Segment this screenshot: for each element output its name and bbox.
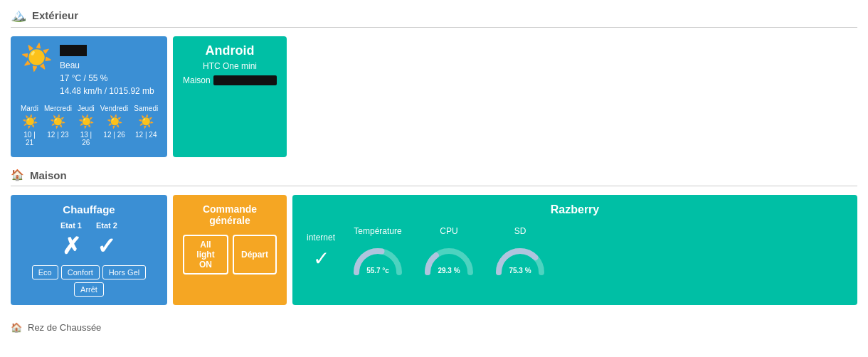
forecast-day-name: Mercredi [44,105,72,112]
forecast-temps: 13 | 26 [78,131,95,146]
weather-forecast: Mardi ☀️ 10 | 21 Mercredi ☀️ 12 | 23 Jeu… [21,105,157,146]
android-maison-bar [213,75,277,85]
forecast-day: Vendredi ☀️ 12 | 26 [100,105,128,146]
sd-item: SD 75.3 % [492,226,549,276]
forecast-temps: 12 | 24 [135,131,157,139]
forecast-temps: 12 | 26 [103,131,125,139]
cpu-item: CPU 29.3 % [420,226,477,276]
sd-gauge: 75.3 % [492,240,549,276]
internet-item: internet ✓ [307,233,335,270]
forecast-icon: ☀️ [138,114,154,129]
all-light-button[interactable]: All light ON [183,235,228,275]
forecast-day-name: Samedi [134,105,158,112]
maison-header: 🏠 Maison [11,169,857,186]
rez-title: Rez de Chaussée [28,322,101,333]
sd-value: 75.3 % [509,267,531,275]
chauffage-title: Chauffage [21,203,157,215]
forecast-day-name: Mardi [21,105,38,112]
forecast-day: Mercredi ☀️ 12 | 23 [44,105,72,146]
weather-wind-pressure: 14.48 km/h / 1015.92 mb [60,85,154,97]
temperature-label: Température [354,226,401,236]
commande-title: Commande générale [183,203,277,226]
rez-header: 🏠 Rez de Chaussée [11,316,857,333]
exterieur-icon: 🏔️ [11,7,26,23]
weather-condition: Beau [60,59,154,72]
forecast-day-name: Vendredi [100,105,128,112]
forecast-icon: ☀️ [107,114,122,129]
weather-hidden-bar [60,45,87,56]
android-maison-label: Maison [183,75,211,85]
etat1-label: Etat 1 [60,221,82,230]
etat2-col: Etat 2 ✓ [96,221,117,260]
razberry-title: Razberry [307,203,843,216]
chauffage-mode-button[interactable]: Hors Gel [102,265,146,279]
forecast-temps: 12 | 23 [47,131,68,139]
temperature-item: Température 55.7 °c [349,226,406,276]
etat1-col: Etat 1 ✗ [60,221,82,260]
maison-title: Maison [30,169,67,181]
forecast-day: Mardi ☀️ 10 | 21 [21,105,38,146]
forecast-temps: 10 | 21 [21,131,38,146]
etat1-icon: ✗ [60,233,82,260]
forecast-icon: ☀️ [78,114,94,129]
etat2-icon: ✓ [96,233,117,260]
forecast-day: Jeudi ☀️ 13 | 26 [78,105,95,146]
internet-label: internet [307,233,335,243]
cpu-value: 29.3 % [438,267,460,275]
android-subtitle: HTC One mini [183,61,277,71]
weather-temp-humidity: 17 °C / 55 % [60,72,154,85]
chauffage-mode-button[interactable]: Eco [32,265,58,279]
commande-card: Commande générale All light ON Départ [173,195,287,305]
sun-icon: ☀️ [21,45,53,70]
chauffage-card: Chauffage Etat 1 ✗ Etat 2 ✓ EcoConfortHo [11,195,167,305]
etat2-label: Etat 2 [96,221,117,230]
chauffage-states: Etat 1 ✗ Etat 2 ✓ [21,221,157,260]
temperature-value: 55.7 °c [366,267,389,275]
forecast-icon: ☀️ [50,114,65,129]
chauffage-mode-button[interactable]: Arrêt [74,282,104,297]
cpu-label: CPU [440,226,457,236]
exterieur-title: Extérieur [32,9,78,21]
chauffage-mode-button[interactable]: Confort [61,265,100,279]
forecast-day-name: Jeudi [78,105,95,112]
temperature-gauge: 55.7 °c [349,240,406,276]
internet-check-icon: ✓ [313,247,329,270]
maison-cards: Chauffage Etat 1 ✗ Etat 2 ✓ EcoConfortHo [11,195,857,305]
chauffage-buttons: EcoConfortHors GelArrêt [21,265,157,297]
razberry-card: Razberry internet ✓ Température 55.7 °c [292,195,857,305]
maison-icon: 🏠 [11,169,24,181]
exterieur-cards: ☀️ Beau 17 °C / 55 % 14.48 km/h / 1015.9… [11,36,857,157]
depart-button[interactable]: Départ [233,235,277,275]
rez-icon: 🏠 [11,322,22,333]
android-card: Android HTC One mini Maison [173,36,287,157]
forecast-icon: ☀️ [22,114,38,129]
weather-card: ☀️ Beau 17 °C / 55 % 14.48 km/h / 1015.9… [11,36,167,157]
sd-label: SD [514,226,526,236]
commande-buttons: All light ON Départ [183,235,277,275]
razberry-row: internet ✓ Température 55.7 °c CPU [307,226,843,276]
cpu-gauge: 29.3 % [420,240,477,276]
forecast-day: Samedi ☀️ 12 | 24 [134,105,158,146]
exterieur-header: 🏔️ Extérieur [11,7,857,28]
android-title: Android [183,43,277,58]
